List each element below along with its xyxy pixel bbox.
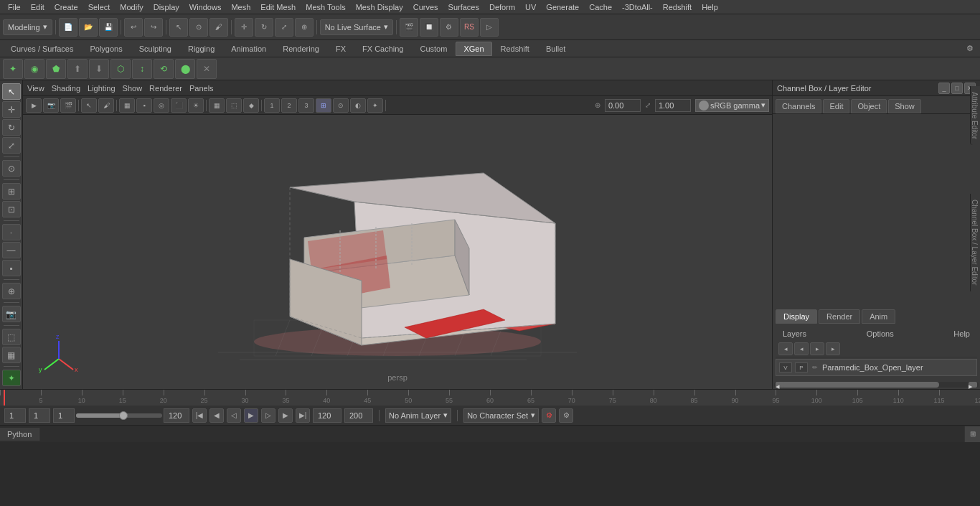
- layers-scroll-right[interactable]: ▸: [969, 382, 977, 388]
- menu-redshift[interactable]: Redshift: [658, 1, 697, 13]
- select-mode-btn[interactable]: ↖: [2, 83, 21, 100]
- camera-tool-btn[interactable]: 📷: [2, 306, 21, 322]
- paint-sel-btn[interactable]: 🖌: [209, 18, 228, 37]
- move-tool-btn[interactable]: ✛: [235, 18, 253, 37]
- xgen-icon-6[interactable]: ⬡: [110, 59, 131, 79]
- vt-cam[interactable]: 📷: [43, 98, 59, 113]
- lasso-tool-btn[interactable]: ⊙: [189, 18, 208, 37]
- vt-quality[interactable]: 2: [281, 98, 297, 113]
- snap-to-grid-btn[interactable]: ⊡: [2, 201, 21, 217]
- render-settings-btn[interactable]: ⚙: [440, 18, 458, 37]
- shelf-tab-xgen[interactable]: XGen: [456, 42, 491, 56]
- vh-panels[interactable]: Panels: [189, 84, 214, 93]
- render-tab[interactable]: Render: [819, 309, 860, 324]
- menu-3dtoa[interactable]: -3DtoAll-: [617, 1, 658, 13]
- next-frame-btn[interactable]: ▷: [261, 408, 275, 423]
- layers-move-down-btn[interactable]: ▸: [826, 342, 840, 355]
- frame-range-end-field[interactable]: 120: [164, 408, 189, 423]
- select-tool-btn[interactable]: ↖: [169, 18, 188, 37]
- playblast-btn[interactable]: ▷: [480, 18, 499, 37]
- channel-box-vtab[interactable]: Channel Box / Layer Editor: [970, 194, 980, 291]
- render-region-btn[interactable]: ⬚: [2, 329, 21, 345]
- vt-hud[interactable]: ⬚: [226, 98, 242, 113]
- prev-frame-btn[interactable]: ◁: [227, 408, 241, 423]
- anim-tab[interactable]: Anim: [862, 309, 895, 324]
- xgen-icon-5[interactable]: ⬇: [89, 59, 109, 79]
- current-frame-field[interactable]: 1: [4, 408, 26, 423]
- save-scene-btn[interactable]: 💾: [99, 18, 118, 37]
- shelf-tab-polygons[interactable]: Polygons: [82, 42, 130, 56]
- menu-deform[interactable]: Deform: [484, 1, 520, 13]
- timeline-playhead[interactable]: [4, 390, 5, 406]
- vh-view[interactable]: View: [27, 84, 44, 93]
- transform-tool-btn[interactable]: ⊕: [295, 18, 314, 37]
- display-tab[interactable]: Display: [776, 309, 817, 324]
- shelf-tab-animation[interactable]: Animation: [223, 42, 274, 56]
- shelf-tab-bullet[interactable]: Bullet: [538, 42, 574, 56]
- playback-max-field[interactable]: 200: [344, 408, 373, 423]
- new-scene-btn[interactable]: 📄: [59, 18, 77, 37]
- vt-lighting[interactable]: ☀: [188, 98, 204, 113]
- layers-add-btn[interactable]: ◂: [778, 342, 793, 355]
- layers-menu-options[interactable]: Options: [862, 328, 898, 339]
- vt-multi-cut[interactable]: ✦: [367, 98, 383, 113]
- menu-select[interactable]: Select: [83, 1, 116, 13]
- xgen-icon-2[interactable]: ◉: [24, 59, 44, 79]
- menu-help[interactable]: Help: [697, 1, 723, 13]
- frame-range-thumb[interactable]: [119, 411, 128, 420]
- xgen-icon-4[interactable]: ⬆: [67, 59, 88, 79]
- attribute-editor-vtab[interactable]: Attribute Editor: [970, 86, 980, 145]
- undo-btn[interactable]: ↩: [124, 18, 143, 37]
- menu-create[interactable]: Create: [50, 1, 83, 13]
- menu-edit-mesh[interactable]: Edit Mesh: [255, 1, 301, 13]
- vt-iso[interactable]: ◆: [243, 98, 259, 113]
- layers-scrollbar[interactable]: ▸ ◂: [774, 382, 979, 388]
- vt-prev-quality[interactable]: 1: [264, 98, 280, 113]
- multi-component-btn[interactable]: ⊕: [2, 283, 21, 299]
- key-settings-btn[interactable]: ⚙: [559, 408, 573, 423]
- redo-btn[interactable]: ↪: [144, 18, 163, 37]
- vt-smooth[interactable]: 3: [298, 98, 314, 113]
- channel-tab-channels[interactable]: Channels: [776, 99, 821, 113]
- timeline-scale[interactable]: 5101520253035404550556065707580859095100…: [0, 390, 980, 406]
- xgen-icon-10[interactable]: ✕: [197, 59, 217, 79]
- mode-dropdown[interactable]: Modeling ▾: [3, 19, 52, 35]
- menu-display[interactable]: Display: [149, 1, 184, 13]
- rotate-mode-btn[interactable]: ↻: [2, 119, 21, 136]
- grid-toggle-btn[interactable]: ▦: [2, 347, 21, 363]
- vt-xray[interactable]: ◎: [154, 98, 169, 113]
- scale-mode-btn[interactable]: ⤢: [2, 137, 21, 154]
- anim-layer-dropdown[interactable]: No Anim Layer ▾: [385, 408, 451, 423]
- color-space-dropdown[interactable]: sRGB gamma ▾: [695, 99, 769, 112]
- goto-start-btn[interactable]: |◀: [192, 408, 207, 423]
- menu-edit[interactable]: Edit: [26, 1, 50, 13]
- goto-end-btn[interactable]: ▶|: [296, 408, 310, 423]
- vh-renderer[interactable]: Renderer: [149, 84, 182, 93]
- menu-file[interactable]: File: [3, 1, 26, 13]
- vt-select-mask[interactable]: ↖: [81, 98, 97, 113]
- next-key-btn[interactable]: ▶: [278, 408, 293, 423]
- soft-select-btn[interactable]: ⊙: [2, 160, 21, 177]
- panel-maximize-btn[interactable]: □: [951, 83, 963, 94]
- coord-y-field[interactable]: 1.00: [655, 99, 691, 112]
- edge-mode-btn[interactable]: —: [2, 242, 21, 258]
- layers-scrollbar-thumb[interactable]: [776, 382, 939, 388]
- xgen-icon-1[interactable]: ✦: [3, 59, 23, 79]
- menu-surfaces[interactable]: Surfaces: [443, 1, 484, 13]
- vt-pbr[interactable]: ⊙: [333, 98, 349, 113]
- channel-tab-show[interactable]: Show: [888, 99, 921, 113]
- menu-modify[interactable]: Modify: [115, 1, 148, 13]
- show-manip-btn[interactable]: ⊞: [2, 183, 21, 200]
- channel-tab-edit[interactable]: Edit: [823, 99, 849, 113]
- character-set-dropdown[interactable]: No Character Set ▾: [463, 408, 539, 423]
- layers-scroll-left[interactable]: ◂: [776, 382, 784, 388]
- shelf-tab-redshift[interactable]: Redshift: [493, 42, 537, 56]
- shelf-tab-fx[interactable]: FX: [328, 42, 354, 56]
- vh-show[interactable]: Show: [123, 84, 143, 93]
- panel-minimize-btn[interactable]: _: [938, 83, 950, 94]
- vt-wireframe[interactable]: ▦: [119, 98, 135, 113]
- vt-film[interactable]: 🎬: [60, 98, 76, 113]
- menu-mesh-tools[interactable]: Mesh Tools: [301, 1, 350, 13]
- shelf-tab-curves-surfaces[interactable]: Curves / Surfaces: [3, 42, 81, 56]
- vt-grid[interactable]: ▦: [209, 98, 225, 113]
